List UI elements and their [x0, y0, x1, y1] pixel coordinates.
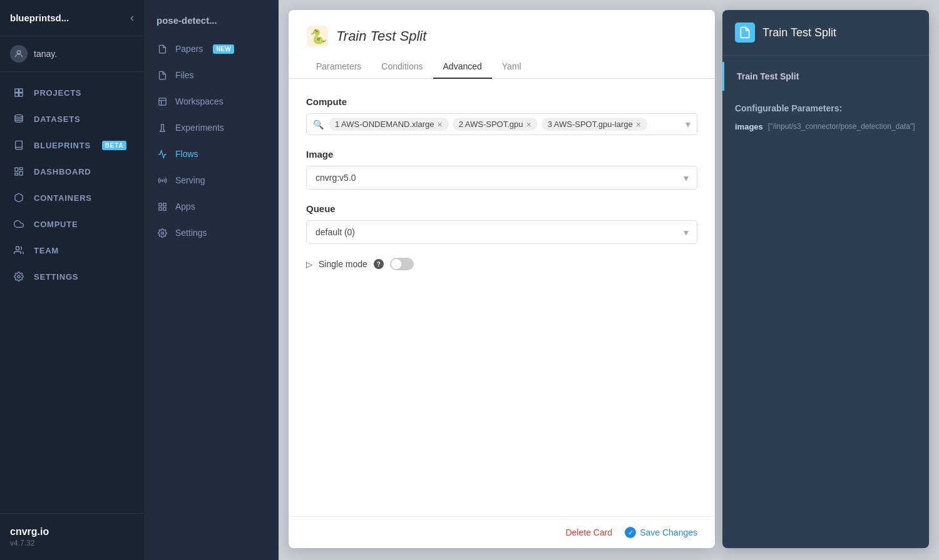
- sidebar-item-team[interactable]: TEAM: [0, 237, 144, 263]
- info-icon[interactable]: ?: [374, 259, 384, 269]
- second-nav-label: Files: [175, 70, 194, 80]
- right-panel: Train Test Split Train Test Split Config…: [722, 10, 929, 548]
- save-changes-label: Save Changes: [640, 527, 697, 537]
- svg-rect-15: [163, 203, 165, 205]
- delete-card-button[interactable]: Delete Card: [565, 527, 612, 537]
- workspace-icon: [156, 96, 168, 107]
- svg-rect-1: [15, 89, 18, 92]
- back-icon[interactable]: ‹: [130, 11, 134, 24]
- sidebar-item-label: SETTINGS: [34, 272, 78, 282]
- second-nav-workspaces[interactable]: Workspaces: [144, 88, 279, 115]
- queue-select-wrapper: default (0): [306, 220, 697, 244]
- tab-yaml[interactable]: Yaml: [492, 55, 531, 79]
- svg-rect-6: [15, 168, 18, 171]
- compute-select[interactable]: 🔍 1 AWS-ONDEMAND.xlarge × 2 AWS-SPOT.gpu…: [306, 113, 697, 135]
- image-select-wrapper: cnvrg:v5.0: [306, 166, 697, 190]
- svg-rect-14: [158, 203, 161, 205]
- second-nav-experiments[interactable]: Experiments: [144, 115, 279, 141]
- modal-header: 🐍 Train Test Split: [289, 10, 715, 48]
- chart-icon: [13, 165, 25, 178]
- modal-tabs: Parameters Conditions Advanced Yaml: [289, 55, 715, 79]
- svg-point-5: [15, 115, 23, 117]
- sidebar-item-label: CONTAINERS: [34, 193, 92, 203]
- sidebar-item-label: TEAM: [34, 246, 59, 255]
- tab-parameters[interactable]: Parameters: [306, 55, 371, 79]
- svg-rect-7: [19, 168, 23, 170]
- right-panel-icon: [735, 23, 755, 43]
- play-icon: ▷: [306, 260, 312, 269]
- second-nav-apps[interactable]: Apps: [144, 193, 279, 220]
- second-nav-flows[interactable]: Flows: [144, 141, 279, 167]
- configurable-label: Configurable Parameters:: [735, 103, 916, 113]
- python-icon: 🐍: [306, 25, 329, 48]
- sidebar-item-settings[interactable]: SETTINGS: [0, 263, 144, 290]
- image-select[interactable]: cnvrg:v5.0: [306, 166, 697, 190]
- left-sidebar-footer: cnvrg.io v4.7.32: [0, 513, 144, 560]
- main-area: 🐍 Train Test Split Parameters Conditions…: [279, 0, 939, 560]
- param-value: ["/input/s3_connector/pose_detection_dat…: [768, 122, 915, 131]
- second-nav-files[interactable]: Files: [144, 62, 279, 88]
- sidebar-item-datasets[interactable]: DATASETS: [0, 106, 144, 132]
- sidebar-item-label: COMPUTE: [34, 220, 78, 229]
- nav-items: PROJECTS DATASETS BLUEPRINTS BETA: [0, 72, 144, 513]
- svg-point-11: [18, 275, 20, 278]
- queue-select[interactable]: default (0): [306, 220, 697, 244]
- param-key: images: [735, 122, 763, 131]
- svg-rect-12: [158, 98, 165, 104]
- users-icon: [13, 244, 25, 257]
- modal-footer: Delete Card ✓ Save Changes: [289, 516, 715, 548]
- flow-icon: [156, 148, 168, 160]
- second-nav-settings[interactable]: Settings: [144, 220, 279, 246]
- svg-point-0: [17, 51, 20, 54]
- sidebar-item-label: BLUEPRINTS: [34, 141, 91, 150]
- compute-label: Compute: [306, 96, 697, 107]
- single-mode-row: ▷ Single mode ?: [306, 258, 697, 270]
- sidebar-item-label: DASHBOARD: [34, 167, 91, 176]
- remove-tag-1[interactable]: ×: [437, 120, 442, 129]
- svg-rect-3: [15, 93, 18, 96]
- tab-conditions[interactable]: Conditions: [371, 55, 433, 79]
- remove-tag-3[interactable]: ×: [636, 120, 641, 129]
- user-section: tanay.: [0, 36, 144, 72]
- left-sidebar-header: blueprintsd... ‹: [0, 0, 144, 36]
- second-nav-serving[interactable]: Serving: [144, 167, 279, 193]
- grid-icon: [13, 86, 25, 99]
- footer-app-name: cnvrg.io: [10, 526, 134, 537]
- book-icon: [13, 139, 25, 151]
- modal-card: 🐍 Train Test Split Parameters Conditions…: [289, 10, 715, 548]
- queue-group: Queue default (0): [306, 203, 697, 244]
- right-panel-header: Train Test Split: [722, 10, 929, 56]
- tab-advanced[interactable]: Advanced: [433, 55, 492, 79]
- svg-rect-9: [15, 173, 18, 175]
- svg-point-10: [16, 247, 19, 250]
- compute-tag-2: 2 AWS-SPOT.gpu ×: [453, 118, 538, 131]
- gear-icon: [13, 270, 25, 283]
- single-mode-toggle[interactable]: [390, 258, 414, 270]
- second-nav-label: Apps: [175, 201, 195, 211]
- save-checkmark-icon: ✓: [625, 527, 636, 538]
- modal-title: Train Test Split: [336, 28, 426, 44]
- image-label: Image: [306, 149, 697, 160]
- sidebar-item-blueprints[interactable]: BLUEPRINTS BETA: [0, 132, 144, 158]
- second-sidebar-title: pose-detect...: [144, 10, 279, 36]
- serving-icon: [156, 175, 168, 186]
- sidebar-item-containers[interactable]: CONTAINERS: [0, 185, 144, 211]
- sidebar-item-compute[interactable]: COMPUTE: [0, 211, 144, 237]
- database-icon: [13, 113, 25, 125]
- app-name: blueprintsd...: [10, 13, 69, 23]
- save-changes-button[interactable]: ✓ Save Changes: [625, 527, 697, 538]
- right-panel-body: Configurable Parameters: images ["/input…: [722, 91, 929, 548]
- second-nav-papers[interactable]: Papers NEW: [144, 36, 279, 62]
- document-icon: [156, 43, 168, 54]
- second-nav-label: Papers: [175, 44, 203, 54]
- right-panel-subtitle: Train Test Split: [737, 71, 799, 81]
- second-nav-label: Flows: [175, 149, 198, 159]
- sidebar-item-dashboard[interactable]: DASHBOARD: [0, 158, 144, 185]
- second-nav-label: Experiments: [175, 123, 224, 133]
- sidebar-item-projects[interactable]: PROJECTS: [0, 79, 144, 106]
- sidebar-item-label: DATASETS: [34, 115, 80, 124]
- svg-rect-2: [19, 89, 23, 92]
- remove-tag-2[interactable]: ×: [526, 120, 531, 129]
- beta-badge: BETA: [102, 141, 127, 150]
- svg-rect-4: [19, 93, 23, 96]
